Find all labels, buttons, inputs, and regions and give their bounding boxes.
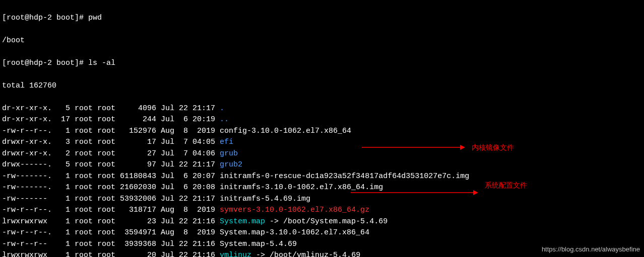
svg-marker-1 (460, 145, 465, 150)
annotation-label-sysconf: 系统配置文件 (485, 180, 527, 191)
prompt-line: [root@hdp-2 boot]# pwd (2, 13, 642, 24)
total-line: total 162760 (2, 80, 642, 92)
watermark: https://blog.csdn.net/alwaysbefine (542, 244, 640, 254)
svg-marker-3 (473, 190, 478, 195)
file-meta: lrwxrwxrwx 1 root root 20 Jul 22 21:16 (2, 251, 220, 257)
file-name: initramfs-5.4.69.img (220, 195, 310, 203)
command: ls -al (88, 59, 115, 67)
file-name: System.map-3.10.0-1062.el7.x86_64 (220, 228, 369, 237)
file-meta: -rw-r--r--. 1 root root 152976 Aug 8 201… (2, 127, 220, 135)
file-name: System.map (220, 217, 265, 226)
file-name: .. (220, 115, 229, 124)
file-name: config-3.10.0-1062.el7.x86_64 (220, 127, 351, 135)
file-name: . (220, 104, 224, 113)
file-meta: drwx------. 5 root root 97 Jul 22 21:17 (2, 160, 220, 169)
file-name: System.map-5.4.69 (220, 240, 297, 248)
file-meta: dr-xr-xr-x. 5 root root 4096 Jul 22 21:1… (2, 104, 220, 113)
shell-prompt: [root@hdp-2 boot]# (2, 59, 88, 67)
list-item: drwxr-xr-x. 2 root root 27 Jul 7 04:06 g… (2, 148, 642, 160)
list-item: -rw-------. 1 root root 61180843 Jul 6 2… (2, 171, 642, 183)
file-meta: drwxr-xr-x. 3 root root 17 Jul 7 04:05 (2, 138, 220, 146)
pwd-output: /boot (2, 35, 642, 47)
file-meta: -rw-r--r--. 1 root root 3594971 Aug 8 20… (2, 228, 220, 237)
file-meta: drwxr-xr-x. 2 root root 27 Jul 7 04:06 (2, 149, 220, 158)
annotation-arrow-sysconf (351, 188, 481, 198)
list-item: dr-xr-xr-x. 17 root root 244 Jul 6 20:19… (2, 114, 642, 126)
file-meta: -rw-r--r--. 1 root root 318717 Aug 8 201… (2, 206, 220, 214)
list-item: dr-xr-xr-x. 5 root root 4096 Jul 22 21:1… (2, 103, 642, 115)
list-item: drwx------. 5 root root 97 Jul 22 21:17 … (2, 159, 642, 171)
command: pwd (88, 14, 102, 22)
annotation-arrow-kernel (362, 142, 468, 152)
list-item: drwxr-xr-x. 3 root root 17 Jul 7 04:05 e… (2, 137, 642, 148)
file-name: efi (220, 138, 233, 146)
list-item: -rw------- 1 root root 53932006 Jul 22 2… (2, 194, 642, 205)
list-item: lrwxrwxrwx 1 root root 23 Jul 22 21:16 S… (2, 216, 642, 228)
file-name: symvers-3.10.0-1062.el7.x86_64.gz (220, 206, 369, 214)
terminal-output: [root@hdp-2 boot]# pwd /boot [root@hdp-2… (0, 0, 644, 257)
file-meta: dr-xr-xr-x. 17 root root 244 Jul 6 20:19 (2, 115, 220, 124)
annotation-label-kernel: 内核镜像文件 (472, 142, 514, 153)
prompt-line: [root@hdp-2 boot]# ls -al (2, 58, 642, 69)
list-item: -rw-------. 1 root root 21602030 Jul 6 2… (2, 182, 642, 194)
file-meta: -rw-------. 1 root root 21602030 Jul 6 2… (2, 183, 220, 192)
file-meta: -rw-------. 1 root root 61180843 Jul 6 2… (2, 172, 220, 181)
list-item: -rw-r--r--. 1 root root 318717 Aug 8 201… (2, 205, 642, 216)
file-meta: -rw-r--r-- 1 root root 3939368 Jul 22 21… (2, 240, 220, 248)
file-name: vmlinuz (220, 251, 251, 257)
symlink-target: -> /boot/System.map-5.4.69 (265, 217, 388, 226)
list-item: -rw-r--r--. 1 root root 3594971 Aug 8 20… (2, 227, 642, 239)
list-item: -rw-r--r--. 1 root root 152976 Aug 8 201… (2, 126, 642, 137)
shell-prompt: [root@hdp-2 boot]# (2, 14, 88, 22)
file-listing: dr-xr-xr-x. 5 root root 4096 Jul 22 21:1… (2, 103, 642, 258)
file-meta: -rw------- 1 root root 53932006 Jul 22 2… (2, 195, 220, 203)
file-name: initramfs-0-rescue-dc1a923a52f34817adf64… (220, 172, 469, 181)
symlink-target: -> /boot/vmlinuz-5.4.69 (251, 251, 360, 257)
file-name: grub (220, 149, 238, 158)
file-meta: lrwxrwxrwx 1 root root 23 Jul 22 21:16 (2, 217, 220, 226)
file-name: grub2 (220, 160, 242, 169)
